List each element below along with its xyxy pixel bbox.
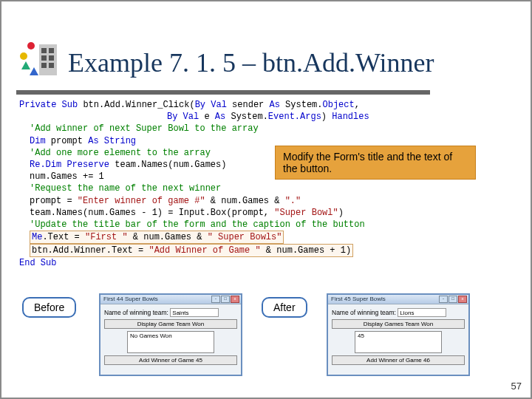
close-icon[interactable]: x xyxy=(231,296,239,303)
results-list: 45 xyxy=(355,331,442,353)
field-label: Name of winning team: xyxy=(104,309,168,316)
code-block: Private Sub btn.Add.Winner_Click(By Val … xyxy=(19,99,448,270)
svg-rect-5 xyxy=(41,63,47,68)
window-after: First 45 Super Bowls -□x Name of winning… xyxy=(327,293,470,376)
callout-annotation: Modify the Form's title and the text of … xyxy=(275,146,476,180)
svg-rect-6 xyxy=(49,63,54,68)
svg-rect-1 xyxy=(41,48,47,53)
svg-point-7 xyxy=(27,42,35,50)
before-label: Before xyxy=(22,297,76,318)
display-button[interactable]: Display Games Team Won xyxy=(332,319,465,329)
close-icon[interactable]: x xyxy=(458,296,467,303)
display-button[interactable]: Display Game Team Won xyxy=(104,319,237,329)
svg-marker-10 xyxy=(30,67,38,75)
window-title: First 44 Super Bowls xyxy=(103,296,158,302)
minimize-icon[interactable]: - xyxy=(439,296,448,303)
maximize-icon[interactable]: □ xyxy=(221,296,230,303)
svg-rect-3 xyxy=(41,55,47,61)
add-winner-button[interactable]: Add Winner of Game 46 xyxy=(332,355,465,365)
results-list: No Games Won xyxy=(127,331,214,353)
svg-point-8 xyxy=(20,52,27,60)
team-input[interactable] xyxy=(170,308,219,317)
slide-title: Example 7. 1. 5 – btn.Add.Winner xyxy=(68,47,434,78)
field-label: Name of winning team: xyxy=(332,309,396,316)
logo-icon xyxy=(15,38,59,79)
page-number: 57 xyxy=(511,381,522,392)
svg-rect-4 xyxy=(49,55,54,61)
slide: Example 7. 1. 5 – btn.Add.Winner Private… xyxy=(0,0,532,399)
window-title: First 45 Super Bowls xyxy=(331,296,386,302)
svg-marker-9 xyxy=(21,61,30,69)
svg-rect-2 xyxy=(49,48,54,53)
add-winner-button[interactable]: Add Winner of Game 45 xyxy=(104,355,237,365)
minimize-icon[interactable]: - xyxy=(211,296,220,303)
after-label: After xyxy=(262,297,307,318)
title-rule xyxy=(16,90,430,95)
team-input[interactable] xyxy=(398,308,446,317)
maximize-icon[interactable]: □ xyxy=(449,296,457,303)
window-before: First 44 Super Bowls -□x Name of winning… xyxy=(99,293,242,376)
